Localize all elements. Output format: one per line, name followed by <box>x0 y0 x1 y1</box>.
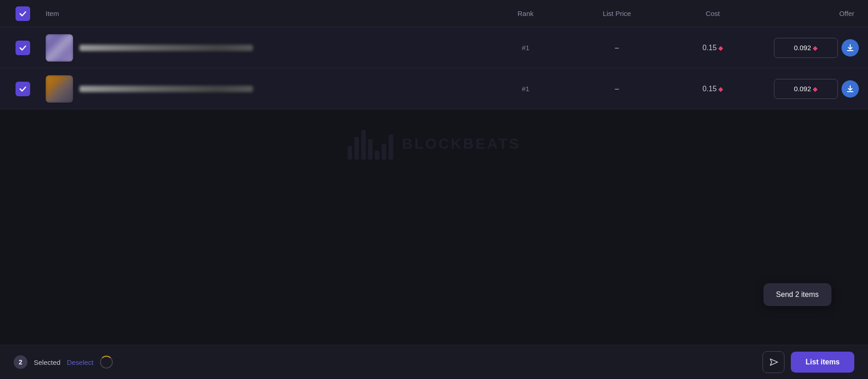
header-rank: Rank <box>484 10 567 17</box>
row-1-checkbox-col <box>9 41 37 55</box>
row-2-cost: 0.15 ◆ <box>667 85 758 93</box>
row-2-rank: #1 <box>484 85 567 93</box>
bottom-bar-left: 2 Selected Deselect <box>14 355 113 369</box>
row-2-list-price: – <box>567 85 667 93</box>
loading-spinner <box>100 356 113 369</box>
row-2-thumbnail <box>46 75 73 103</box>
row-2-offer-value: 0.092 <box>794 85 811 93</box>
row-1-cost-value: 0.15 <box>702 44 716 52</box>
row-1-name <box>79 45 253 51</box>
selected-label: Selected <box>34 358 60 366</box>
row-2-download-button[interactable] <box>842 80 859 98</box>
row-2-item <box>37 75 484 103</box>
row-1-offer-value: 0.092 <box>794 44 811 52</box>
watermark-text: BLOCKBEATS <box>402 135 521 152</box>
row-1-eth-icon: ◆ <box>718 44 723 52</box>
row-1-offer-eth-icon: ◆ <box>813 44 818 52</box>
row-1-item <box>37 34 484 62</box>
header-item: Item <box>37 10 484 17</box>
row-2-name <box>79 86 253 92</box>
row-1-offer-input[interactable]: 0.092 ◆ <box>774 38 838 58</box>
send-icon-button[interactable] <box>763 351 784 373</box>
row-1-rank: #1 <box>484 44 567 52</box>
row-2-cost-value: 0.15 <box>702 85 716 93</box>
bottom-bar-right: List items <box>763 351 854 373</box>
deselect-button[interactable]: Deselect <box>67 358 93 366</box>
table-row: #1 – 0.15 ◆ 0.092 ◆ <box>0 68 868 109</box>
row-1-offer-col: 0.092 ◆ <box>758 38 859 58</box>
row-1-download-button[interactable] <box>842 39 859 57</box>
selected-count-badge: 2 <box>14 355 27 369</box>
row-2-eth-icon: ◆ <box>718 85 723 93</box>
select-all-checkbox[interactable] <box>16 6 30 21</box>
row-2-checkbox-col <box>9 82 37 96</box>
watermark-bars-icon <box>347 128 393 160</box>
send-items-button[interactable]: Send 2 items <box>763 283 831 306</box>
watermark: BLOCKBEATS <box>347 128 521 160</box>
table-header: Item Rank List Price Cost Offer <box>0 0 868 27</box>
row-1-cost: 0.15 ◆ <box>667 44 758 52</box>
row-1-thumbnail <box>46 34 73 62</box>
row-2-offer-eth-icon: ◆ <box>813 85 818 93</box>
row-2-checkbox[interactable] <box>16 82 30 96</box>
row-1-checkbox[interactable] <box>16 41 30 55</box>
list-items-button[interactable]: List items <box>791 352 854 373</box>
table-row: #1 – 0.15 ◆ 0.092 ◆ <box>0 27 868 68</box>
header-list-price: List Price <box>567 10 667 17</box>
row-2-offer-col: 0.092 ◆ <box>758 79 859 99</box>
row-2-offer-input[interactable]: 0.092 ◆ <box>774 79 838 99</box>
row-1-list-price: – <box>567 44 667 52</box>
header-cost: Cost <box>667 10 758 17</box>
bottom-bar: 2 Selected Deselect List items <box>0 345 868 379</box>
header-checkbox-col <box>9 6 37 21</box>
header-offer: Offer <box>758 10 859 17</box>
